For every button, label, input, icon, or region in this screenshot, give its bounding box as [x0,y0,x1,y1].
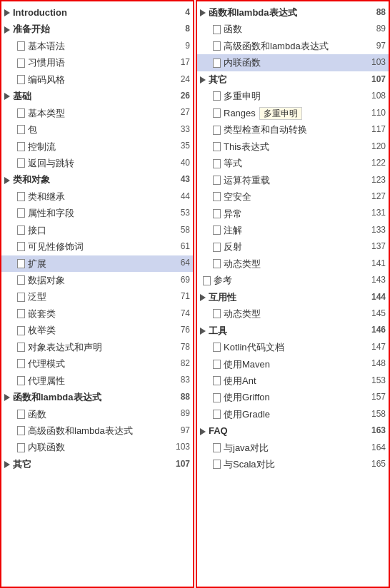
toc-item[interactable]: 使用Maven148 [197,356,389,372]
page-number: 89 [367,22,386,36]
toc-item[interactable]: 动态类型145 [197,305,389,322]
section-icon [200,76,206,83]
toc-item[interactable]: 高级函数和lambda表达式97 [197,38,389,54]
toc-item[interactable]: 嵌套类74 [1,305,193,322]
section-icon [200,328,206,335]
toc-item[interactable]: 代理模式82 [1,355,193,372]
toc-item[interactable]: Introduction4 [1,4,193,21]
item-label: 接口 [28,223,171,238]
toc-item[interactable]: 异常131 [197,206,389,222]
item-label: Ranges 多重申明 [224,106,367,121]
toc-item[interactable]: 使用Ant153 [197,372,389,389]
toc-item[interactable]: 函数和lambda表达式88 [1,389,193,405]
toc-item[interactable]: 等式122 [197,155,389,171]
toc-item[interactable]: 接口58 [1,222,193,238]
page-number: 131 [367,206,386,220]
page-icon [17,410,25,419]
item-label: This表达式 [224,139,367,154]
item-label: 高级函数和lambda表达式 [28,423,171,438]
toc-item[interactable]: 内联函数103 [1,439,193,455]
item-label: 内联函数 [28,440,171,455]
item-label: 其它 [209,72,367,87]
page-number: 88 [367,6,386,20]
toc-item[interactable]: 可见性修饰词61 [1,238,193,255]
toc-item[interactable]: 返回与跳转40 [1,155,193,171]
item-label: 使用Maven [224,357,367,372]
toc-item[interactable]: 对象表达式和声明78 [1,339,193,355]
item-label: 使用Gradle [224,407,367,422]
toc-item[interactable]: 类和对象43 [1,171,193,188]
toc-item[interactable]: 多重申明108 [197,88,389,104]
toc-item[interactable]: 控制流35 [1,138,193,155]
toc-item[interactable]: This表达式120 [197,138,389,155]
toc-item[interactable]: 空安全127 [197,188,389,205]
item-label: 基本语法 [28,39,171,54]
tooltip-badge: 多重申明 [259,107,302,120]
toc-item[interactable]: 泛型71 [1,288,193,305]
page-number: 26 [171,89,190,103]
toc-item[interactable]: 工具146 [197,323,389,339]
toc-item[interactable]: 枚举类76 [1,322,193,338]
toc-item[interactable]: 与Scala对比165 [197,456,389,472]
page-number: 69 [171,273,190,288]
toc-item[interactable]: 与java对比164 [197,440,389,456]
item-label: 控制流 [28,139,171,154]
page-number: 103 [171,440,190,455]
item-label: 动态类型 [224,256,367,271]
toc-item[interactable]: 扩展64 [1,255,193,272]
toc-item[interactable]: 运算符重载123 [197,172,389,188]
toc-item[interactable]: 反射137 [197,238,389,255]
item-label: 准备开始 [13,21,171,36]
toc-item[interactable]: 属性和字段53 [1,205,193,221]
item-label: 等式 [224,156,367,171]
item-label: 异常 [224,206,367,221]
toc-item[interactable]: 函数和lambda表达式88 [197,4,389,21]
toc-item[interactable]: 参考143 [197,272,389,288]
page-number: 117 [367,123,386,137]
toc-item[interactable]: Kotlin代码文档147 [197,339,389,355]
toc-item[interactable]: Ranges 多重申明110 [197,105,389,122]
toc-item[interactable]: FAQ163 [197,422,389,439]
toc-item[interactable]: 函数89 [197,21,389,37]
toc-item[interactable]: 数据对象69 [1,272,193,288]
page-icon [17,225,25,235]
toc-item[interactable]: 准备开始8 [1,21,193,37]
toc-item[interactable]: 其它107 [197,71,389,88]
toc-item[interactable]: 类和继承44 [1,188,193,205]
toc-item[interactable]: 高级函数和lambda表达式97 [1,422,193,439]
section-icon [4,394,10,401]
page-number: 43 [171,173,190,187]
toc-item[interactable]: 使用Griffon157 [197,389,389,405]
page-icon [213,108,221,118]
toc-item[interactable]: 互用性144 [197,289,389,305]
page-number: 147 [367,340,386,355]
toc-item[interactable]: 动态类型141 [197,255,389,272]
toc-item[interactable]: 类型检查和自动转换117 [197,121,389,138]
toc-item[interactable]: 代理属性83 [1,372,193,389]
toc-item[interactable]: 习惯用语17 [1,54,193,71]
page-icon [17,343,25,352]
toc-item[interactable]: 基本语法9 [1,38,193,54]
toc-item[interactable]: 使用Gradle158 [197,406,389,422]
toc-item[interactable]: 内联函数103 [197,54,389,71]
item-label: 扩展 [28,256,171,271]
page-number: 122 [367,156,386,171]
page-number: 88 [171,390,190,405]
toc-item[interactable]: 基础26 [1,88,193,104]
toc-item[interactable]: 其它107 [1,456,193,472]
toc-item[interactable]: 包33 [1,121,193,138]
section-icon [4,93,10,100]
item-label: 习惯用语 [28,55,171,70]
page-icon [17,125,25,134]
item-label: 对象表达式和声明 [28,340,171,355]
page-icon [213,142,221,151]
item-label: 泛型 [28,289,171,304]
item-label: 内联函数 [224,55,367,70]
page-icon [213,460,221,469]
toc-item[interactable]: 注解133 [197,222,389,238]
page-icon [213,192,221,201]
toc-item[interactable]: 函数89 [1,406,193,422]
toc-item[interactable]: 编码风格24 [1,71,193,88]
item-label: 基础 [13,88,171,103]
toc-item[interactable]: 基本类型27 [1,105,193,121]
